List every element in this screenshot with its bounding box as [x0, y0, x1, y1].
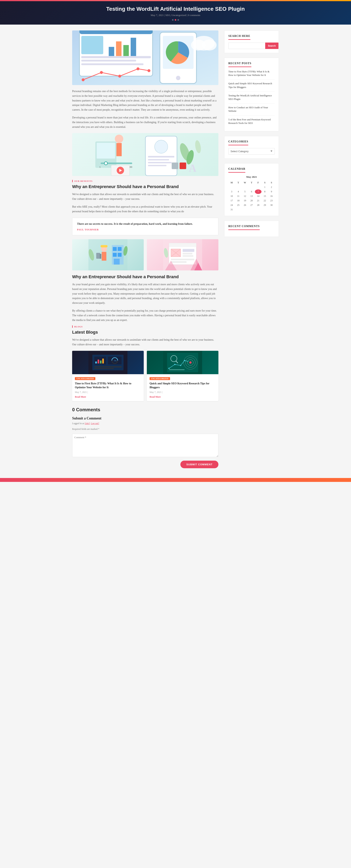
calendar-day-cell[interactable]: 5 — [242, 189, 248, 194]
comments-heading: 0 Comments — [72, 407, 218, 412]
svg-rect-80 — [98, 360, 99, 364]
calendar-day-cell[interactable]: 24 — [228, 203, 235, 207]
comment-textarea[interactable] — [72, 434, 218, 457]
calendar-day-cell[interactable]: 20 — [248, 198, 255, 203]
recent-post-link[interactable]: Testing the WordLift Artificial Intellig… — [228, 94, 272, 100]
calendar-day-cell[interactable]: 11 — [235, 194, 242, 198]
calendar-day-cell[interactable]: 27 — [248, 203, 255, 207]
calendar-day-cell[interactable]: 30 — [268, 203, 275, 207]
svg-rect-97 — [169, 369, 185, 370]
section-benefits: OUR BENEFITS Why an Entrepreneur Should … — [72, 180, 218, 214]
calendar-day-cell[interactable]: 4 — [235, 189, 242, 194]
svg-rect-34 — [148, 159, 169, 160]
section2-para2: By offering clients a chance to see what… — [72, 308, 218, 322]
calendar-day-cell[interactable]: 8 — [261, 189, 268, 194]
calendar-day-cell[interactable]: 2 — [268, 185, 275, 189]
submit-comment-button[interactable]: SUBMIT COMMENT — [180, 461, 218, 468]
calendar-day-cell[interactable]: 29 — [261, 203, 268, 207]
calendar-day-cell[interactable]: 9 — [268, 189, 275, 194]
svg-point-17 — [82, 78, 85, 81]
calendar-day-cell[interactable]: 6 — [248, 189, 255, 194]
svg-point-12 — [176, 76, 181, 80]
svg-rect-54 — [118, 247, 122, 251]
svg-point-18 — [100, 71, 103, 74]
read-more-2[interactable]: Read More — [150, 396, 161, 398]
calendar-day-cell[interactable]: 19 — [242, 198, 248, 203]
calendar-day-cell — [255, 207, 261, 212]
calendar-day-cell[interactable]: 10 — [228, 194, 235, 198]
calendar-day-cell[interactable]: 21 — [255, 198, 261, 203]
quote-block: There are no secrets to success. It is t… — [72, 218, 218, 235]
recent-post-link[interactable]: How to Conduct an SEO Audit of Your Webs… — [228, 106, 268, 113]
calendar-day-cell[interactable]: 15 — [261, 194, 268, 198]
search-widget-title: SEARCH HERE — [228, 34, 250, 40]
category-select[interactable]: Select Category SEO Uncategorized — [228, 148, 275, 155]
svg-rect-51 — [100, 254, 101, 259]
recent-post-link[interactable]: Time to First Byte (TTFB): What It Is & … — [228, 70, 269, 76]
calendar-day-cell[interactable]: 17 — [228, 198, 235, 203]
svg-rect-25 — [117, 143, 122, 156]
calendar-day-cell[interactable]: 7 — [255, 189, 261, 194]
section-heading-2: Why an Entrepreneur Should have a Person… — [72, 274, 218, 279]
svg-text:75%: 75% — [114, 360, 117, 362]
calendar-day-cell[interactable]: 23 — [268, 198, 275, 203]
svg-point-93 — [168, 368, 170, 369]
search-widget: SEARCH HERE Search — [224, 30, 279, 53]
svg-rect-35 — [148, 162, 172, 163]
calendar-day-cell[interactable]: 28 — [255, 203, 261, 207]
svg-point-95 — [180, 365, 181, 366]
recent-post-link[interactable]: Quick and Simple SEO Keyword Research Ti… — [228, 82, 272, 88]
calendar-day-cell[interactable]: 22 — [261, 198, 268, 203]
blog-card-2: Uncategorized Quick and Simple SEO Keywo… — [147, 351, 218, 401]
recent-posts-title: RECENT POSTS — [228, 62, 251, 67]
section1-para2: But who ARE you, really? Most clients th… — [72, 205, 218, 214]
calendar-day-cell — [268, 207, 275, 212]
search-input-wrap: Search — [228, 42, 275, 49]
calendar-header-cell: M — [228, 181, 235, 185]
svg-rect-36 — [148, 165, 166, 166]
calendar-day-cell[interactable]: 13 — [248, 194, 255, 198]
search-button[interactable]: Search — [265, 42, 279, 49]
svg-text:1: 1 — [99, 165, 101, 168]
calendar-day-cell[interactable]: 26 — [242, 203, 248, 207]
calendar-day-cell[interactable]: 3 — [228, 189, 235, 194]
svg-point-94 — [174, 364, 176, 365]
section2-para1: As your brand grows and you gain more vi… — [72, 282, 218, 305]
mid-illustration: 1 50 100 — [72, 133, 218, 176]
svg-rect-2 — [81, 36, 103, 54]
svg-rect-44 — [180, 162, 186, 169]
svg-rect-50 — [96, 253, 100, 259]
content-area: Personal branding remains one of the bes… — [72, 30, 218, 468]
svg-rect-55 — [113, 253, 117, 257]
header-dot — [175, 19, 176, 21]
calendar-day-cell[interactable]: 1 — [261, 185, 268, 189]
calendar-title: CALENDAR — [228, 167, 245, 173]
svg-rect-8 — [123, 45, 129, 56]
sidebar: SEARCH HERE Search RECENT POSTS Time to … — [224, 30, 279, 468]
read-more-1[interactable]: Read More — [75, 396, 86, 398]
recent-post-item: Time to First Byte (TTFB): What It Is & … — [228, 70, 275, 80]
svg-point-32 — [154, 140, 168, 153]
recent-post-item: 5 of the Best Free and Premium Keyword R… — [228, 118, 275, 127]
svg-rect-1 — [79, 30, 153, 34]
section-tag-benefits: OUR BENEFITS — [72, 180, 218, 182]
blog-card-body-2: Uncategorized Quick and Simple SEO Keywo… — [147, 374, 218, 401]
recent-post-link[interactable]: 5 of the Best Free and Premium Keyword R… — [228, 118, 270, 124]
svg-rect-85 — [94, 366, 122, 367]
calendar-day-cell[interactable]: 12 — [242, 194, 248, 198]
featured-image — [72, 30, 218, 85]
svg-point-20 — [136, 67, 139, 70]
quote-text: There are no secrets to success. It is t… — [77, 222, 214, 226]
calendar-day-cell[interactable]: 31 — [228, 207, 235, 212]
calendar-day-cell[interactable]: 25 — [235, 203, 242, 207]
calendar-day-cell — [242, 207, 248, 212]
badge-1: Uncategorized — [75, 377, 95, 380]
search-input[interactable] — [228, 42, 265, 49]
calendar-day-cell[interactable]: 18 — [235, 198, 242, 203]
calendar-day-cell — [255, 185, 261, 189]
calendar-day-cell[interactable]: 14 — [255, 194, 261, 198]
categories-widget: CATEGORIES Select Category SEO Uncategor… — [224, 136, 279, 159]
site-footer — [0, 478, 351, 482]
calendar-day-cell[interactable]: 16 — [268, 194, 275, 198]
post-paragraph-2: Developing a personal brand is more than… — [72, 115, 218, 129]
